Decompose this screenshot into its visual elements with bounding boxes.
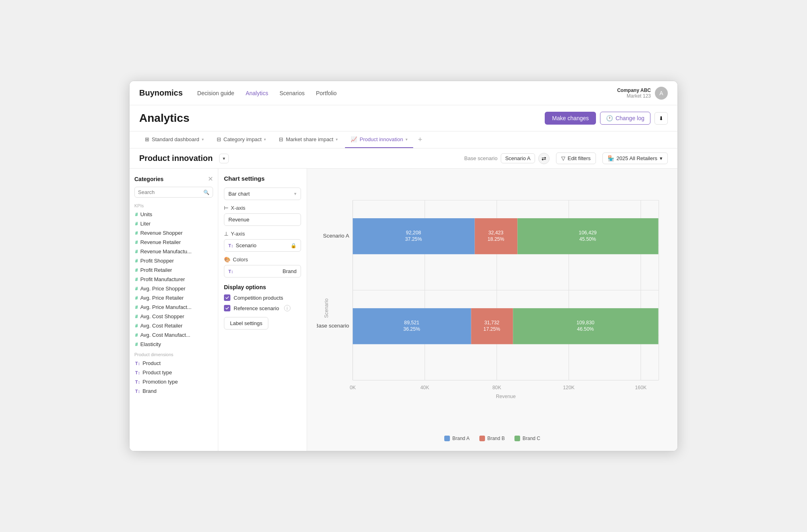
- hash-icon: #: [135, 240, 138, 245]
- tab-standard-dashboard[interactable]: ⊞ Standard dashboard ▾: [139, 131, 209, 148]
- tab-market-icon: ⊟: [279, 136, 283, 142]
- list-item[interactable]: #Avg. Price Shopper: [134, 284, 213, 293]
- categories-search-input[interactable]: [138, 189, 201, 195]
- list-item[interactable]: #Profit Retailer: [134, 265, 213, 275]
- display-options: Display options Competition products Ref…: [224, 284, 301, 330]
- user-text: Company ABC Market 123: [617, 88, 651, 99]
- base-scenario-chart-label: Base scenario: [317, 323, 349, 329]
- chart-area: Scenario Scenario A Base scenario 92,208…: [307, 169, 677, 451]
- tab-market-share[interactable]: ⊟ Market share impact ▾: [273, 131, 343, 148]
- hash-icon: #: [135, 212, 138, 217]
- scenario-a-brand-b-value: 32,423: [488, 230, 504, 236]
- scenario-a-brand-a-pct: 37.25%: [405, 236, 422, 242]
- list-item[interactable]: #Profit Manufacturer: [134, 275, 213, 284]
- legend-brand-b: Brand B: [479, 436, 505, 441]
- legend-brand-a: Brand A: [444, 436, 470, 441]
- x-axis-label: ⊢ X-axis: [224, 205, 301, 211]
- tab-product-innovation[interactable]: 📈 Product innovation ▾: [345, 131, 413, 148]
- legend-brand-c: Brand C: [514, 436, 540, 441]
- y-axis-chart-label: Scenario: [324, 298, 329, 318]
- scenario-a-brand-c-pct: 45.50%: [579, 236, 596, 242]
- user-info: Company ABC Market 123 A: [617, 87, 668, 100]
- list-item[interactable]: #Avg. Cost Shopper: [134, 312, 213, 321]
- list-item[interactable]: #Avg. Price Manufact...: [134, 303, 213, 312]
- list-item[interactable]: T↕Promotion type: [134, 377, 213, 386]
- chart-legend: Brand A Brand B Brand C: [317, 432, 668, 444]
- base-brand-a-value: 89,521: [404, 320, 420, 325]
- tab-category-chevron: ▾: [264, 137, 266, 142]
- reference-checkbox[interactable]: [224, 305, 230, 311]
- header-actions: Make changes 🕐 Change log ⬇: [545, 112, 668, 125]
- tab-category-impact[interactable]: ⊟ Category impact ▾: [211, 131, 272, 148]
- list-item[interactable]: #Revenue Shopper: [134, 228, 213, 238]
- list-item[interactable]: #Revenue Retailer: [134, 238, 213, 247]
- base-brand-a-pct: 36.25%: [404, 326, 420, 332]
- reference-info-icon[interactable]: i: [284, 305, 291, 311]
- x-axis-icon: ⊢: [224, 205, 228, 211]
- bar-chart: Scenario Scenario A Base scenario 92,208…: [317, 175, 668, 432]
- reference-scenario-option[interactable]: Reference scenario i: [224, 305, 301, 311]
- text-icon: T↕: [135, 361, 140, 366]
- list-item[interactable]: #Profit Shopper: [134, 256, 213, 265]
- list-item[interactable]: T↕Brand: [134, 386, 213, 396]
- hash-icon: #: [135, 267, 138, 273]
- nav-decision-guide[interactable]: Decision guide: [197, 90, 234, 96]
- list-item[interactable]: T↕Product type: [134, 368, 213, 377]
- colors-label: 🎨 Colors: [224, 257, 301, 263]
- hash-icon: #: [135, 258, 138, 264]
- list-item[interactable]: #Avg. Price Retailer: [134, 293, 213, 303]
- change-log-button[interactable]: 🕐 Change log: [600, 112, 650, 125]
- categories-search-box[interactable]: 🔍: [134, 187, 213, 198]
- scenario-a-badge[interactable]: Scenario A: [501, 153, 535, 163]
- competition-checkbox[interactable]: [224, 294, 230, 301]
- download-button[interactable]: ⬇: [654, 112, 668, 125]
- download-icon: ⬇: [659, 115, 663, 121]
- list-item[interactable]: #Elasticity: [134, 340, 213, 349]
- y-axis-select[interactable]: T↕ Scenario 🔒: [224, 239, 301, 252]
- list-item[interactable]: #Revenue Manufactu...: [134, 247, 213, 256]
- list-item[interactable]: #Liter: [134, 219, 213, 228]
- scenario-selector: Base scenario Scenario A ⇄: [464, 153, 549, 164]
- hash-icon: #: [135, 295, 138, 301]
- hash-icon: #: [135, 230, 138, 236]
- competition-products-option[interactable]: Competition products: [224, 294, 301, 301]
- swap-scenarios-button[interactable]: ⇄: [538, 153, 550, 164]
- legend-brand-b-label: Brand B: [487, 436, 505, 441]
- legend-brand-a-color: [444, 436, 450, 441]
- chart-type-chevron: ▾: [294, 191, 297, 196]
- label-settings-button[interactable]: Label settings: [224, 317, 268, 330]
- tab-category-icon: ⊟: [217, 136, 221, 142]
- x-tick-0k: 0K: [350, 385, 356, 390]
- view-title-chevron[interactable]: ▾: [219, 154, 229, 163]
- text-icon: T↕: [135, 389, 140, 394]
- list-item[interactable]: #Avg. Cost Retailer: [134, 321, 213, 330]
- make-changes-button[interactable]: Make changes: [545, 112, 596, 125]
- categories-panel-header: Categories ✕: [134, 175, 213, 183]
- base-brand-c-pct: 46.50%: [577, 326, 594, 332]
- nav-scenarios[interactable]: Scenarios: [280, 90, 305, 96]
- colors-select[interactable]: T↕ Brand: [224, 265, 301, 277]
- retailer-selector-button[interactable]: 🏪 2025 All Retailers ▾: [602, 152, 668, 164]
- categories-search-icon: 🔍: [203, 190, 209, 195]
- y-axis-label: ⊥ Y-axis: [224, 231, 301, 237]
- legend-brand-c-color: [514, 436, 520, 441]
- text-icon: T↕: [135, 370, 140, 375]
- add-tab-button[interactable]: +: [415, 131, 426, 148]
- avatar[interactable]: A: [655, 87, 668, 100]
- base-brand-c-value: 109,830: [577, 320, 594, 325]
- x-axis-chart-label: Revenue: [496, 394, 516, 399]
- list-item[interactable]: #Avg. Cost Manufact...: [134, 330, 213, 340]
- product-dimensions-label: Product dimensions: [134, 352, 213, 357]
- nav-portfolio[interactable]: Portfolio: [316, 90, 337, 96]
- hash-icon: #: [135, 323, 138, 329]
- x-axis-select[interactable]: Revenue: [224, 213, 301, 226]
- list-item[interactable]: T↕Product: [134, 359, 213, 368]
- nav-analytics[interactable]: Analytics: [246, 90, 268, 96]
- chart-type-select[interactable]: Bar chart ▾: [224, 188, 301, 200]
- chart-settings-title: Chart settings: [224, 175, 301, 182]
- list-item[interactable]: #Units: [134, 210, 213, 219]
- chart-settings-panel: Chart settings Bar chart ▾ ⊢ X-axis Reve…: [218, 169, 307, 451]
- edit-filters-button[interactable]: ▽ Edit filters: [556, 152, 596, 164]
- hash-icon: #: [135, 305, 138, 310]
- categories-close-button[interactable]: ✕: [208, 175, 213, 183]
